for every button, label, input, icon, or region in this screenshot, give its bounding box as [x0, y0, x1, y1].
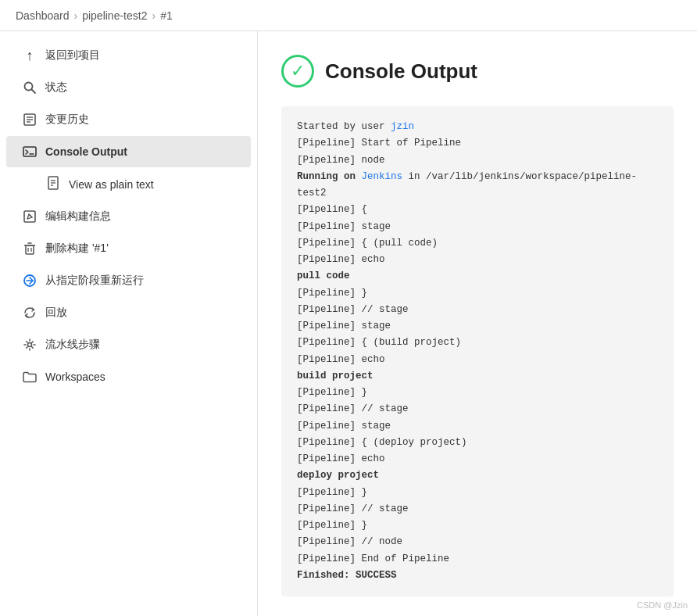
console-line: [Pipeline] echo [297, 252, 658, 268]
sidebar-label-history: 变更历史 [45, 113, 89, 127]
delete-icon [22, 241, 38, 256]
console-line: [Pipeline] echo [297, 451, 658, 467]
sidebar-label-workspaces: Workspaces [45, 371, 105, 383]
console-line: [Pipeline] } [297, 385, 658, 401]
console-line-bold: build project [297, 368, 658, 385]
console-line: [Pipeline] { [297, 202, 658, 218]
console-output: Started by user jzin [Pipeline] Start of… [281, 106, 674, 596]
history-icon [22, 112, 38, 127]
restart-icon [22, 273, 38, 288]
sidebar-item-replay[interactable]: 回放 [6, 297, 251, 328]
page-header: ✓ Console Output [281, 55, 674, 88]
sidebar-item-history[interactable]: 变更历史 [6, 104, 251, 135]
console-line: [Pipeline] } [297, 518, 658, 534]
sidebar-label-replay: 回放 [45, 306, 67, 320]
sidebar: ↑ 返回到项目 状态 变更历史 [0, 31, 258, 616]
svg-line-1 [32, 90, 36, 94]
sidebar-label-pipeline-steps: 流水线步骤 [45, 338, 100, 352]
watermark: CSDN @Jzin [637, 600, 688, 610]
console-line-finished: Finished: SUCCESS [297, 568, 658, 584]
svg-rect-6 [23, 147, 36, 156]
page-title: Console Output [325, 59, 477, 84]
sidebar-item-edit[interactable]: 编辑构建信息 [6, 201, 251, 232]
console-line: [Pipeline] stage [297, 219, 658, 235]
console-line: [Pipeline] { (deploy project) [297, 435, 658, 451]
svg-point-21 [28, 343, 32, 347]
sidebar-item-plain-text[interactable]: View as plain text [6, 168, 251, 200]
console-line: [Pipeline] echo [297, 352, 658, 368]
console-line: [Pipeline] // stage [297, 501, 658, 518]
sidebar-item-workspaces[interactable]: Workspaces [6, 361, 251, 392]
console-line: Started by user jzin [297, 119, 658, 135]
console-line: [Pipeline] // node [297, 534, 658, 550]
console-line: [Pipeline] { (build project) [297, 335, 658, 351]
sidebar-item-delete[interactable]: 删除构建 '#1' [6, 233, 251, 264]
sidebar-item-status[interactable]: 状态 [6, 72, 251, 103]
sidebar-label-console: Console Output [45, 145, 127, 158]
console-line: [Pipeline] End of Pipeline [297, 551, 658, 568]
breadcrumb-sep-1: › [74, 9, 78, 22]
sidebar-label-back: 返回到项目 [45, 48, 100, 63]
search-icon [22, 80, 38, 95]
breadcrumb-build: #1 [160, 9, 173, 22]
sidebar-label-delete: 删除构建 '#1' [45, 242, 109, 256]
svg-rect-12 [24, 211, 35, 222]
console-line: Running on Jenkins in /var/lib/jenkins/w… [297, 169, 658, 202]
sidebar-label-plain-text: View as plain text [69, 178, 154, 191]
jenkins-link[interactable]: Jenkins [362, 171, 403, 182]
console-line: [Pipeline] } [297, 285, 658, 302]
sidebar-item-console[interactable]: Console Output [6, 136, 251, 167]
sidebar-label-restart: 从指定阶段重新运行 [45, 274, 144, 288]
gear-icon [22, 337, 38, 353]
back-icon: ↑ [22, 48, 38, 63]
breadcrumb-sep-2: › [152, 9, 155, 22]
svg-rect-14 [26, 245, 34, 254]
breadcrumb-pipeline[interactable]: pipeline-test2 [82, 9, 147, 22]
replay-icon [22, 305, 38, 321]
console-line-bold: pull code [297, 268, 658, 285]
svg-line-13 [29, 214, 32, 217]
console-line: [Pipeline] // stage [297, 302, 658, 318]
console-icon [22, 144, 38, 159]
user-link[interactable]: jzin [391, 121, 414, 132]
folder-icon [22, 369, 38, 385]
console-line: [Pipeline] { (pull code) [297, 235, 658, 252]
console-line: [Pipeline] stage [297, 318, 658, 335]
sidebar-label-edit: 编辑构建信息 [45, 210, 111, 224]
sidebar-item-restart[interactable]: 从指定阶段重新运行 [6, 265, 251, 296]
console-line-bold: deploy project [297, 467, 658, 484]
console-line: [Pipeline] Start of Pipeline [297, 135, 658, 152]
console-line: [Pipeline] stage [297, 418, 658, 435]
edit-icon [22, 209, 38, 224]
console-line: [Pipeline] } [297, 485, 658, 501]
success-icon: ✓ [281, 55, 314, 88]
sidebar-item-pipeline-steps[interactable]: 流水线步骤 [6, 329, 251, 360]
breadcrumb-dashboard[interactable]: Dashboard [16, 9, 70, 22]
console-line: [Pipeline] // stage [297, 401, 658, 417]
sidebar-label-status: 状态 [45, 81, 67, 95]
document-icon [45, 175, 61, 193]
sidebar-item-back[interactable]: ↑ 返回到项目 [6, 40, 251, 71]
main-content: ✓ Console Output Started by user jzin [P… [258, 31, 697, 616]
console-line: [Pipeline] node [297, 152, 658, 169]
breadcrumb: Dashboard › pipeline-test2 › #1 [0, 0, 697, 31]
